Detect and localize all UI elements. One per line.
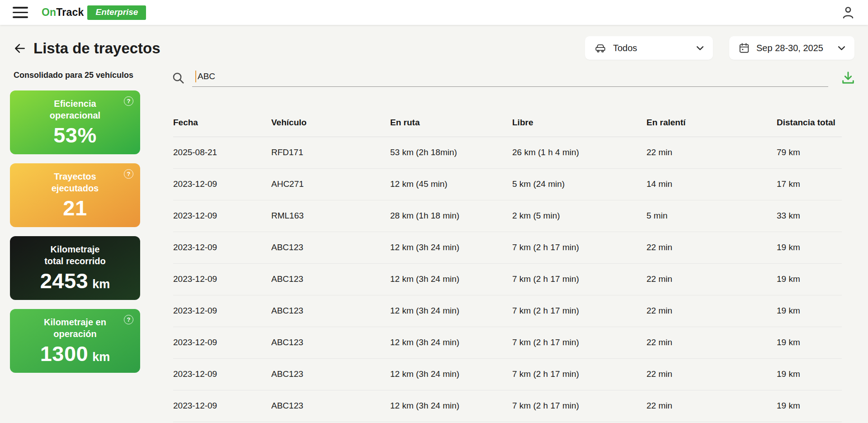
table-cell: 2023-12-09: [173, 263, 271, 295]
table-header-row: Fecha Vehículo En ruta Libre En ralentí …: [173, 109, 842, 137]
table-row[interactable]: 2023-12-09AHC27112 km (45 min)5 km (24 m…: [173, 168, 842, 200]
fleet-summary: Consolidado para 25 vehículos: [14, 71, 133, 80]
trip-table: Fecha Vehículo En ruta Libre En ralentí …: [173, 109, 842, 422]
kpi-cards: ? Eficienciaoperacional 53% ? Trayectose…: [10, 90, 140, 373]
kpi-card-value-row: 21: [63, 195, 87, 220]
vehicle-filter-dropdown[interactable]: Todos: [585, 36, 713, 60]
help-icon[interactable]: ?: [124, 169, 133, 179]
table-cell: 5 min: [646, 200, 777, 232]
brand-logo: On Track Enterprise: [42, 5, 146, 20]
table-cell: 12 km (3h 24 min): [390, 390, 512, 422]
date-range-picker[interactable]: Sep 28-30, 2025: [729, 36, 854, 60]
table-cell: 7 km (2 h 17 min): [512, 358, 646, 390]
chevron-down-icon: [696, 46, 704, 51]
table-row[interactable]: 2025-08-21RFD17153 km (2h 18min)26 km (1…: [173, 137, 842, 168]
search-input-wrap: [192, 69, 828, 87]
calendar-icon: [738, 42, 750, 54]
menu-icon[interactable]: [13, 7, 28, 18]
table-row[interactable]: 2023-12-09RML16328 km (1h 18 min)2 km (5…: [173, 200, 842, 232]
table-cell: 22 min: [646, 390, 777, 422]
column-header-en-ralenti: En ralentí: [646, 109, 777, 137]
table-cell: 12 km (3h 24 min): [390, 327, 512, 358]
table-cell: ABC123: [271, 295, 390, 327]
table-cell: RML163: [271, 200, 390, 232]
table-cell: 26 km (1 h 4 min): [512, 137, 646, 168]
table-row[interactable]: 2023-12-09ABC12312 km (3h 24 min)7 km (2…: [173, 232, 842, 263]
table-cell: 14 min: [646, 168, 777, 200]
brand-track: Track: [56, 6, 84, 19]
table-cell: 12 km (3h 24 min): [390, 358, 512, 390]
search-input[interactable]: [192, 69, 828, 87]
table-cell: 5 km (24 min): [512, 168, 646, 200]
column-header-vehiculo: Vehículo: [271, 109, 390, 137]
table-cell: 33 km: [777, 200, 842, 232]
kpi-card-value-row: 53%: [53, 123, 97, 147]
kpi-card-value-row: 1300 km: [40, 341, 110, 366]
table-cell: 17 km: [777, 168, 842, 200]
table-cell: 22 min: [646, 232, 777, 263]
column-header-distancia-total: Distancia total: [777, 109, 842, 137]
help-icon[interactable]: ?: [124, 96, 133, 106]
table-cell: 22 min: [646, 263, 777, 295]
kpi-card: ? Kilometraje enoperación 1300 km: [10, 309, 140, 373]
help-icon[interactable]: ?: [124, 315, 133, 324]
brand-on: On: [42, 6, 56, 19]
table-cell: 2023-12-09: [173, 327, 271, 358]
table-cell: 2023-12-09: [173, 200, 271, 232]
table-row[interactable]: 2023-12-09ABC12312 km (3h 24 min)7 km (2…: [173, 263, 842, 295]
kpi-card: Kilometrajetotal recorrido 2453 km: [10, 236, 140, 300]
column-header-en-ruta: En ruta: [390, 109, 512, 137]
kpi-card-value: 53%: [53, 123, 97, 147]
table-cell: 7 km (2 h 17 min): [512, 390, 646, 422]
table-cell: 19 km: [777, 232, 842, 263]
kpi-card-unit: km: [92, 350, 110, 364]
table-cell: ABC123: [271, 327, 390, 358]
kpi-card: ? Eficienciaoperacional 53%: [10, 90, 140, 154]
table-cell: 12 km (3h 24 min): [390, 263, 512, 295]
table-cell: 2 km (5 min): [512, 200, 646, 232]
table-cell: 2023-12-09: [173, 168, 271, 200]
table-row[interactable]: 2023-12-09ABC12312 km (3h 24 min)7 km (2…: [173, 390, 842, 422]
trip-table-body: 2025-08-21RFD17153 km (2h 18min)26 km (1…: [173, 137, 842, 422]
table-cell: 7 km (2 h 17 min): [512, 327, 646, 358]
table-cell: 19 km: [777, 295, 842, 327]
kpi-card-title: Trayectosejecutados: [52, 171, 99, 194]
download-icon: [841, 71, 855, 85]
table-cell: 22 min: [646, 137, 777, 168]
back-arrow-icon: [14, 42, 26, 55]
table-cell: ABC123: [271, 358, 390, 390]
table-cell: ABC123: [271, 390, 390, 422]
vehicle-filter-label: Todos: [613, 43, 637, 53]
table-cell: 22 min: [646, 358, 777, 390]
search-row: [171, 69, 855, 87]
table-cell: RFD171: [271, 137, 390, 168]
table-cell: 12 km (45 min): [390, 168, 512, 200]
table-row[interactable]: 2023-12-09ABC12312 km (3h 24 min)7 km (2…: [173, 295, 842, 327]
table-cell: 2023-12-09: [173, 232, 271, 263]
table-cell: 2023-12-09: [173, 358, 271, 390]
table-cell: 7 km (2 h 17 min): [512, 232, 646, 263]
enterprise-badge: Enterprise: [87, 5, 146, 20]
kpi-card: ? Trayectosejecutados 21: [10, 163, 140, 227]
person-icon: [841, 5, 855, 20]
table-row[interactable]: 2023-12-09ABC12312 km (3h 24 min)7 km (2…: [173, 327, 842, 358]
kpi-card-title: Kilometraje enoperación: [44, 317, 106, 340]
vehicle-icon: [594, 42, 607, 54]
filters: Todos Sep 28-30, 2025: [585, 36, 854, 60]
profile-button[interactable]: [841, 5, 855, 20]
table-cell: 2023-12-09: [173, 390, 271, 422]
back-button[interactable]: [14, 42, 26, 55]
kpi-card-value-row: 2453 km: [40, 268, 110, 293]
table-cell: 7 km (2 h 17 min): [512, 295, 646, 327]
search-icon: [171, 71, 185, 85]
table-cell: 53 km (2h 18min): [390, 137, 512, 168]
chevron-down-icon: [838, 46, 845, 51]
download-button[interactable]: [841, 71, 855, 85]
table-cell: 19 km: [777, 390, 842, 422]
table-cell: 79 km: [777, 137, 842, 168]
table-cell: 2025-08-21: [173, 137, 271, 168]
table-cell: 7 km (2 h 17 min): [512, 263, 646, 295]
table-cell: ABC123: [271, 232, 390, 263]
table-row[interactable]: 2023-12-09ABC12312 km (3h 24 min)7 km (2…: [173, 358, 842, 390]
table-cell: 2023-12-09: [173, 295, 271, 327]
